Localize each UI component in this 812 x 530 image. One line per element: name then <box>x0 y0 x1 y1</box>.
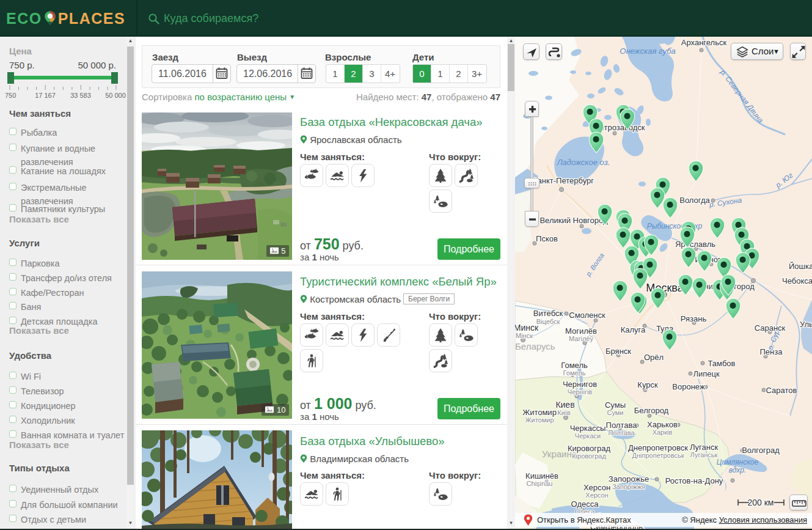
svg-text:200 км: 200 км <box>748 498 774 507</box>
svg-text:Псков: Псков <box>536 234 558 243</box>
svg-text:Запорожье: Запорожье <box>609 474 649 484</box>
svg-text:Тамбов: Тамбов <box>708 359 736 368</box>
svg-text:Гомель: Гомель <box>561 361 588 370</box>
svg-text:Великий Новгород: Великий Новгород <box>540 216 608 225</box>
svg-text:Ладожское оз.: Ладожское оз. <box>557 158 610 167</box>
svg-text:Киев: Киев <box>555 400 574 410</box>
svg-text:Рязань: Рязань <box>681 314 707 323</box>
svg-text:Белгород: Белгород <box>634 406 669 415</box>
svg-text:Вологда: Вологда <box>679 196 710 205</box>
svg-text:Суми: Суми <box>607 409 623 416</box>
svg-text:Херсон: Херсон <box>583 483 610 492</box>
svg-text:Луганськ: Луганськ <box>690 451 718 458</box>
svg-text:Chișinău: Chișinău <box>527 480 553 487</box>
svg-text:Брянск: Брянск <box>605 347 631 356</box>
svg-text:Цимлянское: Цимлянское <box>717 458 759 466</box>
svg-text:Чернігів: Чернігів <box>568 388 593 396</box>
svg-text:Пенза: Пенза <box>760 347 783 356</box>
svg-text:Ульян: Ульян <box>800 320 812 329</box>
svg-text:Волгоград: Волгоград <box>742 446 780 455</box>
svg-text:Мінск: Мінск <box>516 332 533 339</box>
svg-text:Дніпропетровськ: Дніпропетровськ <box>632 452 684 459</box>
svg-text:Днепропетровск: Днепропетровск <box>628 443 688 452</box>
svg-text:Київ: Київ <box>557 409 571 416</box>
svg-text:Полтава: Полтава <box>608 429 635 436</box>
svg-text:Магілёў: Магілёў <box>569 335 593 342</box>
svg-text:Онежская губа: Онежская губа <box>620 46 675 56</box>
svg-text:Могилёв: Могилёв <box>565 326 597 336</box>
svg-text:Херсон: Херсон <box>585 491 608 499</box>
svg-text:Сумы: Сумы <box>605 400 626 410</box>
svg-text:Чернигов: Чернигов <box>563 380 597 389</box>
svg-text:вдхр.: вдхр. <box>729 466 747 474</box>
svg-text:Смоленск: Смоленск <box>569 311 605 320</box>
svg-text:Липецк: Липецк <box>693 369 720 378</box>
svg-text:Калуга: Калуга <box>621 325 646 334</box>
svg-text:Кировоград: Кировоград <box>568 444 610 453</box>
svg-text:Запоріжжя: Запоріжжя <box>612 483 645 490</box>
svg-text:Житомир: Житомир <box>525 416 554 424</box>
svg-text:Курск: Курск <box>637 380 658 389</box>
svg-text:Беларусь: Беларусь <box>515 341 555 351</box>
svg-text:Йошкар: Йошкар <box>789 262 812 271</box>
svg-text:Кіровоград: Кіровоград <box>572 452 606 460</box>
svg-text:Кишинёв: Кишинёв <box>525 471 558 480</box>
svg-text:Витебск: Витебск <box>533 309 563 318</box>
svg-text:Воронеж: Воронеж <box>672 382 705 391</box>
svg-text:Гомель: Гомель <box>563 369 586 377</box>
svg-text:Саратов: Саратов <box>766 386 797 395</box>
svg-text:Житомир: Житомир <box>522 408 557 417</box>
svg-text:Харьков: Харьков <box>647 420 678 429</box>
svg-text:Луганск: Луганск <box>690 443 719 452</box>
svg-text:Чебоксары: Чебоксары <box>782 276 812 285</box>
svg-text:Архангельск: Архангельск <box>681 38 727 47</box>
svg-text:Харків: Харків <box>653 429 673 436</box>
svg-text:Черкассы: Черкассы <box>570 424 606 433</box>
svg-text:Віцебск: Віцебск <box>536 318 560 325</box>
svg-text:Минск: Минск <box>515 323 539 333</box>
svg-text:Ярославль: Ярославль <box>675 240 715 249</box>
svg-text:Орёл: Орёл <box>644 353 664 362</box>
svg-text:Саранск: Саранск <box>755 323 786 333</box>
svg-text:Полтава: Полтава <box>606 421 638 430</box>
svg-text:Одесса: Одесса <box>571 499 599 509</box>
svg-text:Санкт-Петербург: Санкт-Петербург <box>532 176 594 185</box>
svg-text:Ростов-на-Дону: Ростов-на-Дону <box>665 476 723 485</box>
svg-text:Черкаси: Черкаси <box>575 432 601 440</box>
